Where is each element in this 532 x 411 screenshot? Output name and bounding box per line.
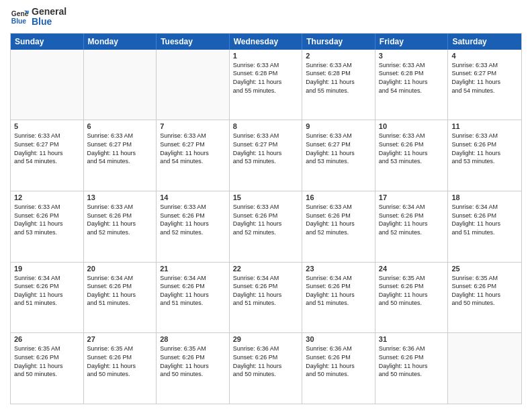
calendar-week: 1Sunrise: 6:33 AM Sunset: 6:28 PM Daylig…	[11, 50, 521, 121]
calendar-day: 10Sunrise: 6:33 AM Sunset: 6:26 PM Dayli…	[375, 120, 449, 191]
calendar-day: 17Sunrise: 6:34 AM Sunset: 6:26 PM Dayli…	[375, 191, 449, 262]
day-number: 14	[160, 193, 226, 201]
day-info: Sunrise: 6:36 AM Sunset: 6:26 PM Dayligh…	[233, 345, 299, 378]
day-number: 15	[233, 193, 299, 201]
svg-text:Blue: Blue	[11, 18, 27, 26]
day-info: Sunrise: 6:34 AM Sunset: 6:26 PM Dayligh…	[451, 203, 518, 236]
header: General Blue General Blue	[10, 7, 522, 28]
calendar-day: 9Sunrise: 6:33 AM Sunset: 6:27 PM Daylig…	[302, 120, 375, 191]
calendar-day: 6Sunrise: 6:33 AM Sunset: 6:27 PM Daylig…	[84, 120, 157, 191]
weekday-header: Tuesday	[157, 34, 230, 50]
day-number: 29	[233, 335, 299, 343]
day-number: 25	[451, 265, 518, 273]
day-number: 2	[306, 52, 371, 60]
day-info: Sunrise: 6:33 AM Sunset: 6:28 PM Dayligh…	[233, 61, 299, 95]
calendar-header: SundayMondayTuesdayWednesdayThursdayFrid…	[11, 34, 521, 50]
calendar-body: 1Sunrise: 6:33 AM Sunset: 6:28 PM Daylig…	[11, 50, 521, 404]
day-info: Sunrise: 6:33 AM Sunset: 6:26 PM Dayligh…	[306, 203, 371, 236]
calendar-day: 19Sunrise: 6:34 AM Sunset: 6:26 PM Dayli…	[11, 263, 84, 333]
page: General Blue General Blue SundayMondayTu…	[0, 0, 532, 411]
calendar-day: 15Sunrise: 6:33 AM Sunset: 6:26 PM Dayli…	[230, 191, 303, 262]
day-number: 22	[233, 265, 299, 273]
day-number: 17	[379, 193, 445, 201]
calendar-week: 12Sunrise: 6:33 AM Sunset: 6:26 PM Dayli…	[11, 191, 521, 263]
day-info: Sunrise: 6:33 AM Sunset: 6:27 PM Dayligh…	[160, 132, 226, 165]
day-info: Sunrise: 6:33 AM Sunset: 6:26 PM Dayligh…	[87, 203, 153, 236]
day-info: Sunrise: 6:33 AM Sunset: 6:26 PM Dayligh…	[451, 132, 518, 165]
calendar-day: 21Sunrise: 6:34 AM Sunset: 6:26 PM Dayli…	[157, 263, 230, 333]
day-info: Sunrise: 6:33 AM Sunset: 6:26 PM Dayligh…	[233, 203, 299, 236]
calendar-day: 8Sunrise: 6:33 AM Sunset: 6:27 PM Daylig…	[230, 120, 303, 191]
day-info: Sunrise: 6:34 AM Sunset: 6:26 PM Dayligh…	[160, 274, 226, 308]
day-number: 19	[14, 265, 80, 273]
calendar-day: 13Sunrise: 6:33 AM Sunset: 6:26 PM Dayli…	[84, 191, 157, 262]
day-number: 21	[160, 265, 226, 273]
day-info: Sunrise: 6:33 AM Sunset: 6:27 PM Dayligh…	[451, 61, 518, 95]
day-info: Sunrise: 6:35 AM Sunset: 6:26 PM Dayligh…	[379, 274, 445, 308]
weekday-header: Thursday	[302, 34, 375, 50]
day-number: 13	[87, 193, 153, 201]
day-number: 16	[306, 193, 371, 201]
calendar-day: 26Sunrise: 6:35 AM Sunset: 6:26 PM Dayli…	[11, 333, 84, 404]
weekday-header: Friday	[375, 34, 449, 50]
calendar-empty-cell	[84, 50, 157, 120]
day-info: Sunrise: 6:34 AM Sunset: 6:26 PM Dayligh…	[87, 274, 153, 308]
calendar-day: 2Sunrise: 6:33 AM Sunset: 6:28 PM Daylig…	[302, 50, 375, 120]
calendar-day: 4Sunrise: 6:33 AM Sunset: 6:27 PM Daylig…	[448, 50, 521, 120]
day-info: Sunrise: 6:36 AM Sunset: 6:26 PM Dayligh…	[306, 345, 371, 378]
calendar-day: 11Sunrise: 6:33 AM Sunset: 6:26 PM Dayli…	[448, 120, 521, 191]
day-number: 5	[14, 122, 80, 130]
calendar: SundayMondayTuesdayWednesdayThursdayFrid…	[10, 33, 522, 404]
logo: General Blue General Blue	[10, 7, 66, 28]
day-info: Sunrise: 6:33 AM Sunset: 6:27 PM Dayligh…	[306, 132, 371, 165]
calendar-day: 20Sunrise: 6:34 AM Sunset: 6:26 PM Dayli…	[84, 263, 157, 333]
weekday-header: Sunday	[11, 34, 84, 50]
day-info: Sunrise: 6:35 AM Sunset: 6:26 PM Dayligh…	[451, 274, 518, 308]
day-number: 26	[14, 335, 80, 343]
day-info: Sunrise: 6:33 AM Sunset: 6:27 PM Dayligh…	[87, 132, 153, 165]
day-number: 23	[306, 265, 371, 273]
calendar-day: 12Sunrise: 6:33 AM Sunset: 6:26 PM Dayli…	[11, 191, 84, 262]
day-number: 28	[160, 335, 226, 343]
day-number: 11	[451, 122, 518, 130]
calendar-day: 28Sunrise: 6:35 AM Sunset: 6:26 PM Dayli…	[157, 333, 230, 404]
day-info: Sunrise: 6:33 AM Sunset: 6:26 PM Dayligh…	[14, 203, 80, 236]
calendar-day: 27Sunrise: 6:35 AM Sunset: 6:26 PM Dayli…	[84, 333, 157, 404]
calendar-day: 24Sunrise: 6:35 AM Sunset: 6:26 PM Dayli…	[375, 263, 449, 333]
day-info: Sunrise: 6:33 AM Sunset: 6:28 PM Dayligh…	[306, 61, 371, 95]
calendar-day: 3Sunrise: 6:33 AM Sunset: 6:28 PM Daylig…	[375, 50, 449, 120]
day-number: 20	[87, 265, 153, 273]
calendar-empty-cell	[11, 50, 84, 120]
calendar-day: 25Sunrise: 6:35 AM Sunset: 6:26 PM Dayli…	[448, 263, 521, 333]
day-info: Sunrise: 6:35 AM Sunset: 6:26 PM Dayligh…	[14, 345, 80, 378]
calendar-day: 29Sunrise: 6:36 AM Sunset: 6:26 PM Dayli…	[230, 333, 303, 404]
day-number: 1	[233, 52, 299, 60]
day-info: Sunrise: 6:33 AM Sunset: 6:28 PM Dayligh…	[379, 61, 445, 95]
weekday-header: Monday	[84, 34, 157, 50]
day-info: Sunrise: 6:34 AM Sunset: 6:26 PM Dayligh…	[14, 274, 80, 308]
calendar-week: 5Sunrise: 6:33 AM Sunset: 6:27 PM Daylig…	[11, 120, 521, 191]
calendar-empty-cell	[157, 50, 230, 120]
calendar-day: 14Sunrise: 6:33 AM Sunset: 6:26 PM Dayli…	[157, 191, 230, 262]
calendar-day: 1Sunrise: 6:33 AM Sunset: 6:28 PM Daylig…	[230, 50, 303, 120]
calendar-day: 31Sunrise: 6:36 AM Sunset: 6:26 PM Dayli…	[375, 333, 449, 404]
day-info: Sunrise: 6:36 AM Sunset: 6:26 PM Dayligh…	[379, 345, 445, 378]
logo-icon: General Blue	[10, 7, 29, 26]
calendar-day: 7Sunrise: 6:33 AM Sunset: 6:27 PM Daylig…	[157, 120, 230, 191]
calendar-week: 26Sunrise: 6:35 AM Sunset: 6:26 PM Dayli…	[11, 333, 521, 404]
day-info: Sunrise: 6:34 AM Sunset: 6:26 PM Dayligh…	[233, 274, 299, 308]
day-info: Sunrise: 6:33 AM Sunset: 6:26 PM Dayligh…	[160, 203, 226, 236]
day-number: 4	[451, 52, 518, 60]
weekday-header: Wednesday	[230, 34, 303, 50]
day-info: Sunrise: 6:35 AM Sunset: 6:26 PM Dayligh…	[160, 345, 226, 378]
day-number: 27	[87, 335, 153, 343]
weekday-header: Saturday	[448, 34, 521, 50]
calendar-day: 16Sunrise: 6:33 AM Sunset: 6:26 PM Dayli…	[302, 191, 375, 262]
day-info: Sunrise: 6:33 AM Sunset: 6:27 PM Dayligh…	[233, 132, 299, 165]
day-info: Sunrise: 6:35 AM Sunset: 6:26 PM Dayligh…	[87, 345, 153, 378]
day-number: 30	[306, 335, 371, 343]
day-info: Sunrise: 6:33 AM Sunset: 6:27 PM Dayligh…	[14, 132, 80, 165]
calendar-day: 22Sunrise: 6:34 AM Sunset: 6:26 PM Dayli…	[230, 263, 303, 333]
day-number: 18	[451, 193, 518, 201]
logo-text: General Blue	[32, 7, 66, 28]
